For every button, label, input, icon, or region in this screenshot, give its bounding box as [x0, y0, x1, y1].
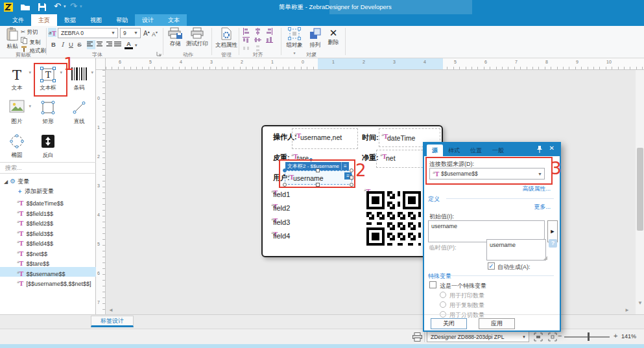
redo-caret-icon[interactable]: ▾	[80, 4, 82, 9]
underline-button[interactable]: U	[67, 40, 75, 49]
ribbon-tab-主页[interactable]: 主页	[31, 14, 57, 26]
align-objects-middle-icon[interactable]	[254, 36, 262, 44]
plain-field-field2[interactable]: field2	[273, 204, 290, 212]
ribbon-tab-数据[interactable]: 数据	[57, 14, 83, 26]
search-input[interactable]: 搜索...	[0, 162, 96, 174]
toolbox-item-椭圆[interactable]: 椭圆	[1, 131, 32, 165]
field-value-operator[interactable]: username,net	[300, 133, 342, 141]
font-name-caret-icon[interactable]: ▼	[111, 30, 115, 35]
variable-item[interactable]: aT $$dateTime$$	[0, 196, 96, 207]
vertical-scrollbar[interactable]: ▼	[636, 70, 644, 314]
strikethrough-button[interactable]: S	[75, 40, 84, 49]
app-icon[interactable]	[3, 2, 14, 12]
font-size-caret-icon[interactable]: ▼	[134, 30, 138, 35]
field-value-time[interactable]: dateTime	[387, 134, 415, 142]
auto-generate-checkbox[interactable]: ✓	[488, 262, 495, 270]
dialog-tab-一般[interactable]: 一般	[487, 145, 509, 156]
align-objects-left-icon[interactable]	[243, 28, 250, 36]
variable-item[interactable]: aT $$field2$$	[0, 216, 96, 227]
align-objects-right-icon[interactable]	[266, 28, 274, 36]
toolbox-item-文本[interactable]: T▾文本	[1, 64, 32, 97]
save-icon[interactable]	[37, 2, 47, 12]
zoom-slider-track[interactable]	[564, 336, 610, 338]
dialog-tab-位置[interactable]: 位置	[465, 145, 487, 156]
pin-icon[interactable]	[536, 145, 543, 155]
undo-caret-icon[interactable]: ▾	[64, 4, 66, 9]
align-objects-center-icon[interactable]	[254, 28, 262, 36]
special-variable-checkbox[interactable]	[429, 281, 436, 288]
plain-field-field1[interactable]: field1	[273, 191, 290, 198]
ribbon-tab-文本[interactable]: 文本	[161, 14, 187, 26]
variable-item[interactable]: aT [$$username$$,$$net$$]	[0, 277, 96, 287]
plain-field-field3[interactable]: field3	[273, 218, 290, 226]
redo-icon[interactable]: ↷	[70, 1, 77, 12]
advanced-properties-link[interactable]: 高级属性...	[522, 185, 551, 193]
grow-font-button[interactable]: A▴	[143, 29, 150, 37]
bold-button[interactable]: B	[49, 40, 58, 49]
font-script-button[interactable]: aT	[48, 28, 56, 37]
align-center-button[interactable]	[96, 40, 104, 49]
dialog-tab-样式[interactable]: 样式	[443, 145, 465, 156]
tool-caret-icon[interactable]: ▾	[29, 104, 31, 109]
cut-button[interactable]: ✂ 剪切	[21, 29, 38, 36]
ribbon-tab-视图[interactable]: 视图	[83, 14, 109, 26]
toolbox-item-直线[interactable]: 直线	[64, 97, 95, 131]
zoom-out-button[interactable]: −	[558, 332, 562, 340]
italic-button[interactable]: I	[58, 40, 67, 49]
help-badge[interactable]: ?	[549, 239, 557, 248]
toolbox-item-反白[interactable]: 反白	[32, 131, 64, 165]
align-objects-top-icon[interactable]	[243, 36, 250, 44]
store-button[interactable]: 存储	[165, 27, 185, 48]
scroll-right-icon[interactable]: ►	[625, 307, 630, 313]
paste-button[interactable]: 粘贴	[1, 27, 23, 51]
tree-root-variables[interactable]: ◢⚙变量	[0, 176, 96, 187]
variable-item[interactable]: aT $$field3$$	[0, 227, 96, 237]
font-color-caret-icon[interactable]: ▾	[135, 43, 137, 48]
vertical-scrollbar-thumb[interactable]	[637, 148, 643, 231]
tool-caret-icon[interactable]: ▾	[91, 70, 93, 75]
add-new-variable[interactable]: ＋添加新变量	[0, 187, 96, 197]
shrink-font-button[interactable]: A▾	[152, 30, 158, 38]
variable-item[interactable]: aT $$tare$$	[0, 257, 96, 267]
label-canvas[interactable]: 操作人: aT username,net 时间: aT dateTime 皮重:…	[261, 125, 443, 257]
variable-item[interactable]: aT $$net$$	[0, 247, 96, 257]
plain-field-field4[interactable]: field4	[273, 232, 290, 240]
variable-item[interactable]: aT $$username$$	[0, 267, 96, 277]
ribbon-tab-帮助[interactable]: 帮助	[109, 14, 135, 26]
undo-icon[interactable]: ↶	[54, 1, 61, 12]
zoom-slider-thumb[interactable]	[588, 332, 590, 341]
ribbon-tab-设计[interactable]: 设计	[135, 14, 161, 26]
zoom-in-button[interactable]: +	[614, 332, 617, 340]
ribbon-tab-文件[interactable]: 文件	[5, 14, 31, 26]
dialog-header[interactable]: 源样式位置一般 ✕	[424, 143, 560, 156]
expander-icon[interactable]: ◢	[4, 179, 8, 185]
tab-label-design[interactable]: 标签设计	[91, 316, 134, 327]
field-value-net[interactable]: net	[386, 154, 396, 162]
close-button[interactable]: 关闭	[431, 318, 467, 329]
test-print-button[interactable]: 测试打印	[184, 27, 211, 48]
align-justify-button[interactable]	[114, 40, 123, 49]
fit-objects-icon[interactable]	[548, 332, 557, 343]
align-right-button[interactable]	[105, 40, 113, 49]
printer-select[interactable]: ZDesigner ZD888-203dpi ZPL▼	[427, 331, 529, 342]
font-color-button[interactable]: A	[125, 40, 133, 49]
scroll-left-icon[interactable]: ◄	[108, 307, 113, 313]
toolbox-item-矩形[interactable]: 矩形	[32, 97, 64, 131]
apply-button[interactable]: 应用	[479, 318, 515, 329]
font-name-combo[interactable]: ZEBRA 0▼	[58, 28, 118, 38]
delete-button[interactable]: ✕删除	[324, 27, 342, 47]
close-icon[interactable]: ✕	[549, 145, 555, 152]
toolbox-item-图片[interactable]: ▾图片	[1, 97, 32, 131]
scroll-down-icon[interactable]: ▼	[638, 300, 643, 306]
document-properties-button[interactable]: 文档属性	[213, 27, 239, 49]
fit-page-icon[interactable]	[534, 332, 543, 343]
prompt-value-input[interactable]: username	[486, 239, 546, 261]
open-icon[interactable]	[20, 2, 30, 12]
align-left-button[interactable]	[87, 40, 95, 49]
printer-icon[interactable]	[412, 332, 422, 343]
more-link[interactable]: 更多...	[534, 203, 551, 211]
qr-code[interactable]	[366, 191, 421, 246]
variable-item[interactable]: aT $$field4$$	[0, 237, 96, 247]
tool-caret-icon[interactable]: ▾	[29, 70, 31, 75]
font-dialog-launcher-icon[interactable]	[156, 51, 161, 58]
